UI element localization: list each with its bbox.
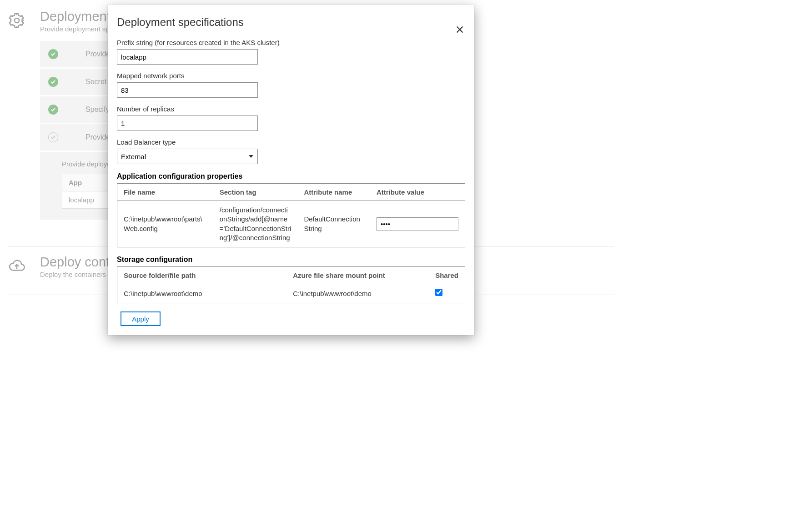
table-row: C:\inetpub\wwwroot\demo C:\inetpub\wwwro… (117, 284, 465, 303)
appcfg-col-attr: Attribute name (297, 184, 370, 201)
close-button[interactable] (453, 23, 466, 36)
modal-overlay: Deployment specifications Prefix string … (0, 0, 622, 412)
storage-heading: Storage configuration (117, 256, 465, 264)
lb-select[interactable]: External (117, 149, 258, 164)
lb-label: Load Balancer type (117, 138, 465, 146)
appcfg-val-input[interactable] (377, 217, 458, 231)
appcfg-tag: /configuration/connectionStrings/add[@na… (213, 201, 298, 247)
ports-label: Mapped network ports (117, 72, 465, 80)
appcfg-file: C:\inetpub\wwwroot\parts\Web.config (117, 201, 213, 247)
ports-input[interactable] (117, 82, 258, 98)
storage-col-shared: Shared (429, 267, 465, 284)
storage-mnt: C:\inetpub\wwwroot\demo (286, 284, 429, 303)
appcfg-table: File name Section tag Attribute name Att… (117, 183, 465, 247)
deployment-spec-dialog: Deployment specifications Prefix string … (108, 5, 474, 335)
table-row: C:\inetpub\wwwroot\parts\Web.config /con… (117, 201, 465, 247)
appcfg-attr: DefaultConnectionString (297, 201, 370, 247)
appcfg-col-file: File name (117, 184, 213, 201)
appcfg-col-tag: Section tag (213, 184, 298, 201)
storage-table: Source folder/file path Azure file share… (117, 266, 465, 303)
storage-shared-checkbox[interactable] (435, 289, 442, 296)
appcfg-heading: Application configuration properties (117, 172, 465, 181)
prefix-label: Prefix string (for resources created in … (117, 39, 465, 46)
replicas-label: Number of replicas (117, 105, 465, 113)
dialog-title: Deployment specifications (117, 16, 465, 29)
storage-col-src: Source folder/file path (117, 267, 287, 284)
prefix-input[interactable] (117, 49, 258, 65)
apply-button[interactable]: Apply (121, 311, 161, 326)
storage-col-mnt: Azure file share mount point (286, 267, 429, 284)
storage-src: C:\inetpub\wwwroot\demo (117, 284, 287, 303)
appcfg-col-val: Attribute value (370, 184, 465, 201)
replicas-input[interactable] (117, 115, 258, 131)
